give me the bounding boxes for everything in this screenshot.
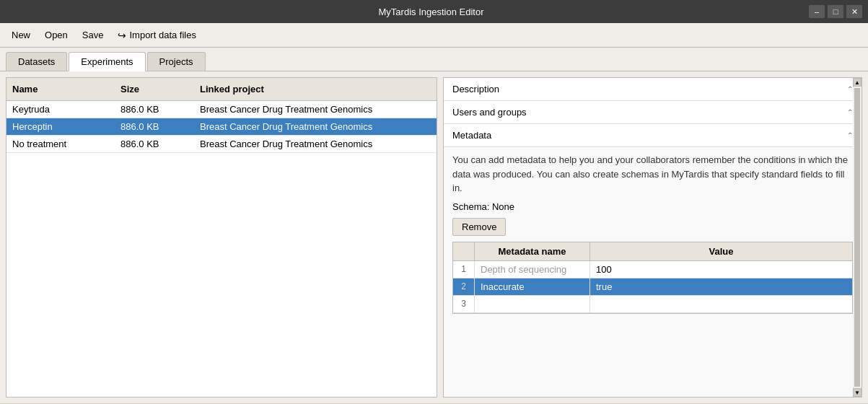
cell-value: 100 xyxy=(590,261,852,278)
schema-line: Schema: None xyxy=(452,201,853,212)
col-header-metadata-name: Metadata name xyxy=(475,242,590,260)
cell-metadata-name: Inaccurate xyxy=(475,278,590,295)
cell-name: Keytruda xyxy=(6,101,115,118)
cell-size: 886.0 KB xyxy=(115,101,194,118)
scroll-down-arrow[interactable]: ▼ xyxy=(853,388,862,397)
cell-linked-project: Breast Cancer Drug Treatment Genomics xyxy=(194,136,437,152)
details-panel: Description ⌃ Users and groups ⌃ Metadat… xyxy=(443,77,862,398)
cell-metadata-name xyxy=(475,296,590,312)
cell-size: 886.0 KB xyxy=(115,118,194,135)
cell-row-num: 1 xyxy=(453,261,475,278)
table-header: Name Size Linked project xyxy=(6,78,437,101)
import-label: Import data files xyxy=(129,30,196,40)
experiments-table-panel: Name Size Linked project Keytruda 886.0 … xyxy=(6,77,437,398)
users-groups-label: Users and groups xyxy=(452,107,527,118)
minimize-button[interactable]: – xyxy=(809,5,825,18)
cell-metadata-name: Depth of sequencing xyxy=(475,261,590,278)
app-title: MyTardis Ingestion Editor xyxy=(53,6,809,17)
import-icon: ↪ xyxy=(118,30,126,41)
description-label: Description xyxy=(452,84,499,95)
description-chevron-icon: ⌃ xyxy=(847,85,853,93)
col-header-size: Size xyxy=(115,81,194,97)
import-data-files-button[interactable]: ↪ Import data files xyxy=(112,27,202,44)
metadata-description-text: You can add metadata to help you and you… xyxy=(452,153,853,196)
maximize-button[interactable]: □ xyxy=(828,5,843,18)
cell-linked-project: Breast Cancer Drug Treatment Genomics xyxy=(194,118,437,135)
scroll-up-arrow[interactable]: ▲ xyxy=(853,78,862,87)
menu-bar: New Open Save ↪ Import data files xyxy=(0,23,868,48)
right-scrollbar[interactable]: ▲ ▼ xyxy=(853,78,862,397)
metadata-table: Metadata name Value 1 Depth of sequencin… xyxy=(452,242,853,314)
metadata-section-header[interactable]: Metadata ⌃ xyxy=(444,124,862,147)
metadata-chevron-icon: ⌃ xyxy=(847,131,853,139)
col-header-row-num xyxy=(453,242,475,260)
cell-name: No treatment xyxy=(6,136,115,152)
table-body: Keytruda 886.0 KB Breast Cancer Drug Tre… xyxy=(6,101,437,397)
metadata-table-header: Metadata name Value xyxy=(453,242,852,261)
metadata-table-row[interactable]: 3 xyxy=(453,296,852,313)
cell-linked-project: Breast Cancer Drug Treatment Genomics xyxy=(194,101,437,118)
tab-bar: Datasets Experiments Projects xyxy=(0,48,868,71)
table-row[interactable]: Keytruda 886.0 KB Breast Cancer Drug Tre… xyxy=(6,101,437,118)
col-header-linked-project: Linked project xyxy=(194,81,437,97)
metadata-section: Metadata ⌃ You can add metadata to help … xyxy=(444,124,862,397)
users-groups-section-header[interactable]: Users and groups ⌃ xyxy=(444,101,862,124)
table-row[interactable]: Herceptin 886.0 KB Breast Cancer Drug Tr… xyxy=(6,118,437,136)
title-bar: MyTardis Ingestion Editor – □ ✕ xyxy=(0,0,868,23)
col-header-name: Name xyxy=(6,81,115,97)
tab-experiments[interactable]: Experiments xyxy=(69,52,145,71)
main-content: Name Size Linked project Keytruda 886.0 … xyxy=(0,71,868,403)
description-section-header[interactable]: Description ⌃ xyxy=(444,78,862,101)
tab-projects[interactable]: Projects xyxy=(147,52,206,71)
cell-row-num: 2 xyxy=(453,278,475,295)
metadata-label: Metadata xyxy=(452,130,491,141)
cell-size: 886.0 KB xyxy=(115,136,194,152)
cell-value: true xyxy=(590,278,852,295)
scroll-thumb[interactable] xyxy=(854,88,860,387)
metadata-table-row[interactable]: 2 Inaccurate true xyxy=(453,278,852,296)
open-menu-item[interactable]: Open xyxy=(39,27,74,43)
cell-name: Herceptin xyxy=(6,118,115,135)
remove-button[interactable]: Remove xyxy=(452,218,506,236)
new-menu-item[interactable]: New xyxy=(6,27,36,43)
metadata-table-row[interactable]: 1 Depth of sequencing 100 xyxy=(453,261,852,278)
window-controls: – □ ✕ xyxy=(809,5,862,18)
tab-datasets[interactable]: Datasets xyxy=(6,52,67,71)
cell-row-num: 3 xyxy=(453,296,475,312)
save-menu-item[interactable]: Save xyxy=(76,27,110,43)
users-groups-chevron-icon: ⌃ xyxy=(847,108,853,116)
cell-value xyxy=(590,296,852,312)
col-header-value: Value xyxy=(590,242,852,260)
close-button[interactable]: ✕ xyxy=(846,5,862,18)
table-row[interactable]: No treatment 886.0 KB Breast Cancer Drug… xyxy=(6,136,437,153)
metadata-content: You can add metadata to help you and you… xyxy=(444,147,862,397)
